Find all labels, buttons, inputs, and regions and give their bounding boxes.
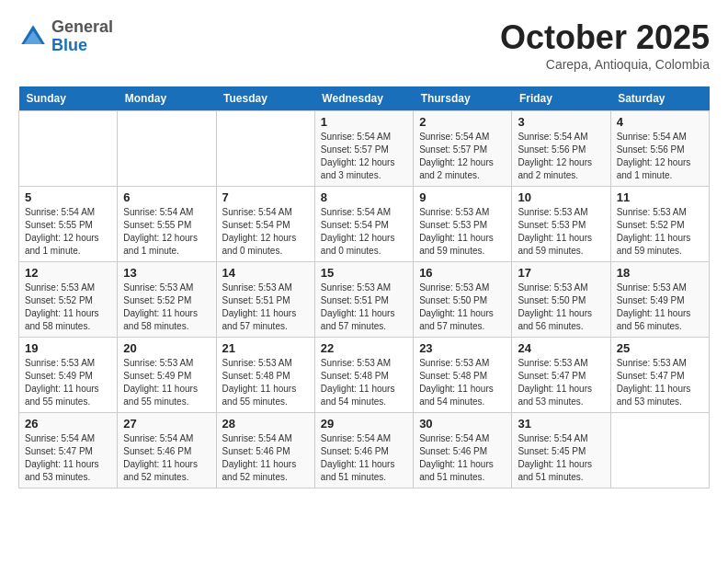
- day-number: 19: [25, 341, 111, 355]
- calendar-cell: 24Sunrise: 5:53 AM Sunset: 5:47 PM Dayli…: [512, 338, 610, 413]
- calendar-cell: 31Sunrise: 5:54 AM Sunset: 5:45 PM Dayli…: [512, 413, 610, 488]
- day-number: 29: [321, 417, 407, 431]
- weekday-header-thursday: Thursday: [414, 86, 512, 111]
- calendar-cell: 5Sunrise: 5:54 AM Sunset: 5:55 PM Daylig…: [19, 187, 118, 262]
- day-number: 26: [25, 417, 111, 431]
- day-number: 27: [123, 417, 210, 431]
- calendar-cell: [19, 111, 118, 187]
- day-info: Sunrise: 5:53 AM Sunset: 5:51 PM Dayligh…: [222, 282, 309, 333]
- calendar-cell: 16Sunrise: 5:53 AM Sunset: 5:50 PM Dayli…: [414, 262, 512, 338]
- day-number: 8: [321, 190, 407, 204]
- day-number: 1: [321, 115, 407, 129]
- calendar-cell: 4Sunrise: 5:54 AM Sunset: 5:56 PM Daylig…: [610, 111, 709, 187]
- calendar-cell: [118, 111, 216, 187]
- calendar-week-row: 12Sunrise: 5:53 AM Sunset: 5:52 PM Dayli…: [19, 262, 710, 338]
- day-number: 23: [419, 341, 506, 355]
- calendar-cell: 11Sunrise: 5:53 AM Sunset: 5:52 PM Dayli…: [610, 187, 709, 262]
- weekday-header-saturday: Saturday: [610, 86, 709, 111]
- day-number: 16: [419, 266, 506, 280]
- day-number: 20: [123, 341, 210, 355]
- calendar-cell: 30Sunrise: 5:54 AM Sunset: 5:46 PM Dayli…: [414, 413, 512, 488]
- day-number: 10: [518, 190, 604, 204]
- day-info: Sunrise: 5:54 AM Sunset: 5:46 PM Dayligh…: [321, 432, 407, 484]
- day-info: Sunrise: 5:54 AM Sunset: 5:57 PM Dayligh…: [321, 131, 407, 182]
- page-header: General Blue October 2025 Carepa, Antioq…: [18, 18, 710, 72]
- day-number: 21: [222, 341, 309, 355]
- day-info: Sunrise: 5:53 AM Sunset: 5:49 PM Dayligh…: [617, 282, 703, 333]
- calendar-title: October 2025: [500, 18, 710, 57]
- day-info: Sunrise: 5:53 AM Sunset: 5:49 PM Dayligh…: [25, 357, 111, 408]
- day-info: Sunrise: 5:53 AM Sunset: 5:49 PM Dayligh…: [123, 357, 210, 408]
- day-info: Sunrise: 5:53 AM Sunset: 5:53 PM Dayligh…: [419, 206, 506, 258]
- title-block: October 2025 Carepa, Antioquia, Colombia: [500, 18, 710, 72]
- day-info: Sunrise: 5:54 AM Sunset: 5:55 PM Dayligh…: [25, 206, 111, 258]
- calendar-cell: 12Sunrise: 5:53 AM Sunset: 5:52 PM Dayli…: [19, 262, 118, 338]
- day-number: 14: [222, 266, 309, 280]
- day-info: Sunrise: 5:54 AM Sunset: 5:46 PM Dayligh…: [222, 432, 309, 484]
- day-number: 28: [222, 417, 309, 431]
- calendar-cell: 20Sunrise: 5:53 AM Sunset: 5:49 PM Dayli…: [118, 338, 216, 413]
- calendar-cell: 3Sunrise: 5:54 AM Sunset: 5:56 PM Daylig…: [512, 111, 610, 187]
- calendar-week-row: 5Sunrise: 5:54 AM Sunset: 5:55 PM Daylig…: [19, 187, 710, 262]
- calendar-week-row: 1Sunrise: 5:54 AM Sunset: 5:57 PM Daylig…: [19, 111, 710, 187]
- calendar-cell: 17Sunrise: 5:53 AM Sunset: 5:50 PM Dayli…: [512, 262, 610, 338]
- weekday-header-row: SundayMondayTuesdayWednesdayThursdayFrid…: [19, 86, 710, 111]
- day-info: Sunrise: 5:54 AM Sunset: 5:46 PM Dayligh…: [123, 432, 210, 484]
- day-info: Sunrise: 5:54 AM Sunset: 5:45 PM Dayligh…: [518, 432, 604, 484]
- weekday-header-friday: Friday: [512, 86, 610, 111]
- day-number: 11: [617, 190, 703, 204]
- day-info: Sunrise: 5:53 AM Sunset: 5:53 PM Dayligh…: [518, 206, 604, 258]
- day-info: Sunrise: 5:53 AM Sunset: 5:51 PM Dayligh…: [321, 282, 407, 333]
- day-number: 24: [518, 341, 604, 355]
- day-number: 5: [25, 190, 111, 204]
- calendar-cell: 14Sunrise: 5:53 AM Sunset: 5:51 PM Dayli…: [216, 262, 314, 338]
- calendar-cell: 1Sunrise: 5:54 AM Sunset: 5:57 PM Daylig…: [314, 111, 413, 187]
- day-info: Sunrise: 5:53 AM Sunset: 5:47 PM Dayligh…: [617, 357, 703, 408]
- calendar-cell: 21Sunrise: 5:53 AM Sunset: 5:48 PM Dayli…: [216, 338, 314, 413]
- day-number: 7: [222, 190, 309, 204]
- day-info: Sunrise: 5:54 AM Sunset: 5:56 PM Dayligh…: [518, 131, 604, 182]
- calendar-cell: 10Sunrise: 5:53 AM Sunset: 5:53 PM Dayli…: [512, 187, 610, 262]
- weekday-header-sunday: Sunday: [19, 86, 118, 111]
- calendar-cell: 25Sunrise: 5:53 AM Sunset: 5:47 PM Dayli…: [610, 338, 709, 413]
- day-number: 30: [419, 417, 506, 431]
- day-number: 13: [123, 266, 210, 280]
- day-number: 25: [617, 341, 703, 355]
- calendar-subtitle: Carepa, Antioquia, Colombia: [500, 57, 710, 72]
- day-info: Sunrise: 5:53 AM Sunset: 5:48 PM Dayligh…: [321, 357, 407, 408]
- day-number: 18: [617, 266, 703, 280]
- day-number: 4: [617, 115, 703, 129]
- logo: General Blue: [18, 18, 113, 55]
- calendar-cell: 2Sunrise: 5:54 AM Sunset: 5:57 PM Daylig…: [414, 111, 512, 187]
- day-info: Sunrise: 5:53 AM Sunset: 5:48 PM Dayligh…: [222, 357, 309, 408]
- logo-blue-text: Blue: [51, 36, 87, 54]
- calendar-cell: 13Sunrise: 5:53 AM Sunset: 5:52 PM Dayli…: [118, 262, 216, 338]
- calendar-cell: 8Sunrise: 5:54 AM Sunset: 5:54 PM Daylig…: [314, 187, 413, 262]
- logo-general-text: General: [51, 17, 113, 36]
- calendar-cell: 26Sunrise: 5:54 AM Sunset: 5:47 PM Dayli…: [19, 413, 118, 488]
- day-info: Sunrise: 5:54 AM Sunset: 5:57 PM Dayligh…: [419, 131, 506, 182]
- day-number: 15: [321, 266, 407, 280]
- calendar-cell: 29Sunrise: 5:54 AM Sunset: 5:46 PM Dayli…: [314, 413, 413, 488]
- calendar-week-row: 26Sunrise: 5:54 AM Sunset: 5:47 PM Dayli…: [19, 413, 710, 488]
- calendar-cell: 23Sunrise: 5:53 AM Sunset: 5:48 PM Dayli…: [414, 338, 512, 413]
- day-number: 9: [419, 190, 506, 204]
- calendar-cell: 22Sunrise: 5:53 AM Sunset: 5:48 PM Dayli…: [314, 338, 413, 413]
- calendar-cell: 9Sunrise: 5:53 AM Sunset: 5:53 PM Daylig…: [414, 187, 512, 262]
- day-info: Sunrise: 5:54 AM Sunset: 5:47 PM Dayligh…: [25, 432, 111, 484]
- calendar-week-row: 19Sunrise: 5:53 AM Sunset: 5:49 PM Dayli…: [19, 338, 710, 413]
- day-number: 22: [321, 341, 407, 355]
- calendar-cell: 18Sunrise: 5:53 AM Sunset: 5:49 PM Dayli…: [610, 262, 709, 338]
- calendar-cell: [216, 111, 314, 187]
- day-info: Sunrise: 5:54 AM Sunset: 5:55 PM Dayligh…: [123, 206, 210, 258]
- day-info: Sunrise: 5:53 AM Sunset: 5:50 PM Dayligh…: [518, 282, 604, 333]
- day-number: 12: [25, 266, 111, 280]
- day-info: Sunrise: 5:54 AM Sunset: 5:46 PM Dayligh…: [419, 432, 506, 484]
- day-info: Sunrise: 5:53 AM Sunset: 5:47 PM Dayligh…: [518, 357, 604, 408]
- day-number: 6: [123, 190, 210, 204]
- day-number: 17: [518, 266, 604, 280]
- day-info: Sunrise: 5:54 AM Sunset: 5:54 PM Dayligh…: [222, 206, 309, 258]
- day-info: Sunrise: 5:53 AM Sunset: 5:52 PM Dayligh…: [617, 206, 703, 258]
- calendar-cell: 19Sunrise: 5:53 AM Sunset: 5:49 PM Dayli…: [19, 338, 118, 413]
- day-info: Sunrise: 5:53 AM Sunset: 5:52 PM Dayligh…: [25, 282, 111, 333]
